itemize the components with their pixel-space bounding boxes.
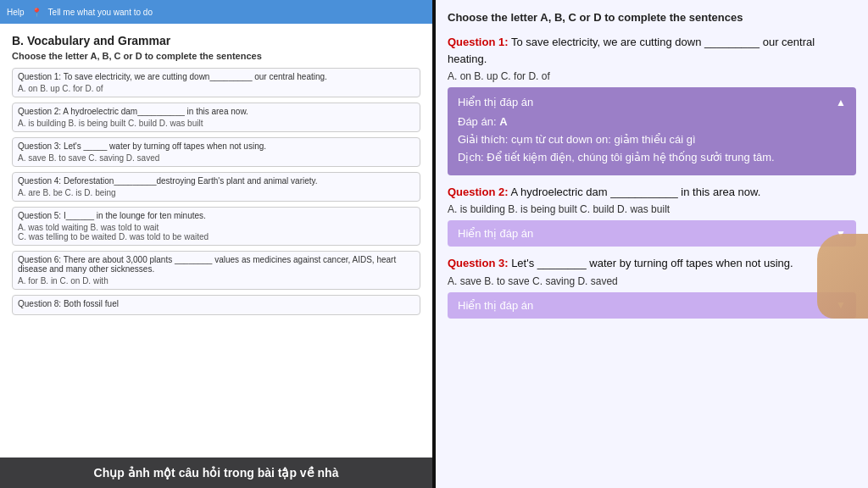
top-bar: Help 📍 Tell me what you want to do: [0, 0, 432, 24]
right-question-3: Question 3: Let's ________ water by turn…: [448, 255, 856, 319]
left-q1-options: A. on B. up C. for D. of: [18, 84, 415, 93]
left-question-2[interactable]: Question 2: A hydroelectric dam_________…: [12, 103, 420, 132]
right-q3-text: Question 3: Let's ________ water by turn…: [448, 255, 856, 272]
right-q1-answer-box[interactable]: Hiển thị đáp án ▲ Đáp án: A Giải thích: …: [448, 87, 856, 175]
right-header: Choose the letter A, B, C or D to comple…: [448, 10, 856, 25]
right-q3-options: A. save B. to save C. saving D. saved: [448, 275, 856, 287]
right-q3-answer-label: Hiển thị đáp án: [458, 299, 533, 312]
right-q3-label: Question 3:: [448, 257, 509, 269]
help-text[interactable]: Help: [7, 8, 25, 17]
right-q1-answer-letter: Đáp án: A: [458, 114, 846, 131]
right-question-2: Question 2: A hydroelectric dam ________…: [448, 184, 856, 247]
left-q8-text: Question 8: Both fossil fuel: [18, 299, 415, 308]
prompt-text[interactable]: Tell me what you want to do: [48, 8, 153, 17]
left-content-area: B. Vocabulary and Grammar Choose the let…: [0, 24, 432, 458]
right-q1-label: Question 1:: [448, 36, 509, 48]
right-q3-answer-box[interactable]: Hiển thị đáp án ▼: [448, 292, 856, 319]
left-q6-options: A. for B. in C. on D. with: [18, 276, 415, 286]
left-instruction: Choose the letter A, B, C or D to comple…: [12, 51, 420, 61]
left-q6-text: Question 6: There are about 3,000 plants…: [18, 255, 415, 274]
left-panel: Help 📍 Tell me what you want to do B. Vo…: [0, 0, 432, 488]
right-q2-label: Question 2:: [448, 186, 509, 198]
left-q4-options: A. are B. be C. is D. being: [18, 188, 415, 197]
left-question-1[interactable]: Question 1: To save electricity, we are …: [12, 68, 420, 97]
right-q1-answer-content: Đáp án: A Giải thích: cụm từ cut down on…: [458, 114, 846, 166]
right-q2-body: A hydroelectric dam ___________ in this …: [510, 186, 760, 198]
right-q1-translation: Dịch: Để tiết kiệm điện, chúng tôi giảm …: [458, 149, 846, 167]
left-q4-text: Question 4: Deforestation_________destro…: [18, 176, 415, 186]
right-q3-body: Let's ________ water by turning off tape…: [511, 257, 793, 269]
left-q2-text: Question 2: A hydroelectric dam_________…: [18, 107, 415, 116]
right-q1-explanation: Giải thích: cụm từ cut down on: giảm thi…: [458, 131, 846, 149]
left-question-6[interactable]: Question 6: There are about 3,000 plants…: [12, 251, 420, 290]
right-header-text: Choose the letter A, B, C or D to comple…: [448, 11, 743, 24]
left-question-5[interactable]: Question 5: I______ in the lounge for te…: [12, 207, 420, 246]
left-q1-text: Question 1: To save electricity, we are …: [18, 72, 415, 81]
right-question-1: Question 1: To save electricity, we are …: [448, 34, 856, 175]
banner-text: Chụp ảnh một câu hỏi trong bài tập về nh…: [94, 466, 339, 480]
left-q5-text: Question 5: I______ in the lounge for te…: [18, 211, 415, 220]
right-q2-answer-label: Hiển thị đáp án: [458, 227, 533, 240]
bottom-banner: Chụp ảnh một câu hỏi trong bài tập về nh…: [0, 458, 432, 488]
left-q2-options: A. is building B. is being built C. buil…: [18, 119, 415, 128]
left-q5-options-b: C. was telling to be waited D. was told …: [18, 232, 415, 241]
left-q3-options: A. save B. to save C. saving D. saved: [18, 153, 415, 163]
right-q2-options: A. is building B. is being built C. buil…: [448, 203, 856, 215]
right-q1-text: Question 1: To save electricity, we are …: [448, 34, 856, 67]
answer-box-up-arrow: ▲: [836, 97, 846, 108]
left-question-3[interactable]: Question 3: Let's _____ water by turning…: [12, 137, 420, 167]
left-question-4[interactable]: Question 4: Deforestation_________destro…: [12, 172, 420, 202]
right-q2-answer-box[interactable]: Hiển thị đáp án ▼: [448, 220, 856, 247]
hand-overlay: [817, 234, 868, 319]
left-question-8[interactable]: Question 8: Both fossil fuel: [12, 295, 420, 315]
left-q3-text: Question 3: Let's _____ water by turning…: [18, 141, 415, 151]
right-q2-text: Question 2: A hydroelectric dam ________…: [448, 184, 856, 201]
right-panel: Choose the letter A, B, C or D to comple…: [436, 0, 868, 488]
right-q1-options: A. on B. up C. for D. of: [448, 70, 856, 82]
section-title: B. Vocabulary and Grammar: [12, 34, 420, 47]
right-q1-answer-label: Hiển thị đáp án: [458, 96, 533, 108]
left-q5-options-a: A. was told waiting B. was told to wait: [18, 223, 415, 232]
